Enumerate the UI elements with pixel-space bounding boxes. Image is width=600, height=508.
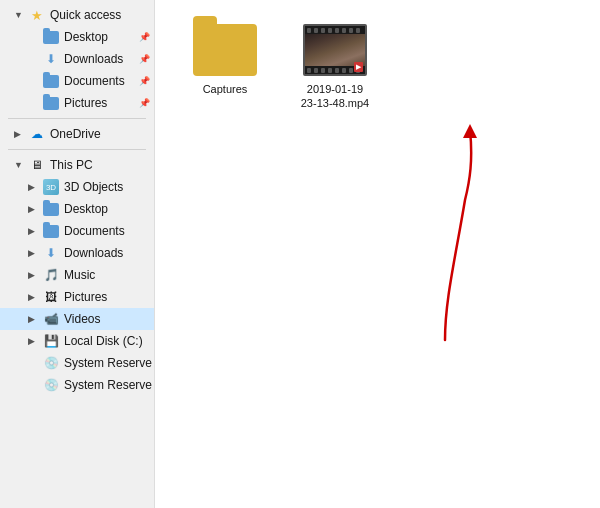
divider (8, 118, 146, 119)
pin-icon: 📌 (139, 98, 150, 108)
sidebar-item-system-reserved-1[interactable]: 💿 System Reserve (0, 352, 154, 374)
downloads-icon: ⬇ (42, 51, 60, 67)
file-item-video[interactable]: ▶ 2019-01-19 23-13-48.mp4 (295, 20, 375, 115)
sidebar-item-label: Music (64, 268, 150, 282)
sidebar-item-label: Pictures (64, 96, 137, 110)
folder-icon-large (193, 24, 257, 76)
downloads-icon: ⬇ (42, 245, 60, 261)
sidebar-item-pictures-pc[interactable]: ▶ 🖼 Pictures (0, 286, 154, 308)
main-content: Captures ▶ 2019-01-19 23-13-48.mp4 (155, 0, 600, 508)
video-badge: ▶ (354, 62, 363, 72)
music-icon: 🎵 (42, 267, 60, 283)
sidebar-item-label: System Reserve (64, 356, 152, 370)
sidebar-item-local-disk[interactable]: ▶ 💾 Local Disk (C:) (0, 330, 154, 352)
folder-icon (42, 29, 60, 45)
sidebar-item-label: Pictures (64, 290, 150, 304)
svg-marker-0 (463, 124, 477, 138)
sidebar-item-documents-pc[interactable]: ▶ Documents (0, 220, 154, 242)
sidebar-item-this-pc[interactable]: ▼ 🖥 This PC (0, 154, 154, 176)
pc-icon: 🖥 (28, 157, 46, 173)
annotation-arrow-container (355, 120, 555, 373)
folder-icon (42, 201, 60, 217)
chevron-right-icon: ▶ (28, 314, 42, 324)
file-item-captures[interactable]: Captures (185, 20, 265, 100)
film-strip-top (305, 26, 365, 34)
onedrive-icon: ☁ (28, 126, 46, 142)
chevron-right-icon: ▶ (28, 226, 42, 236)
chevron-right-icon: ▶ (28, 292, 42, 302)
sidebar-item-pictures-qa[interactable]: Pictures 📌 (0, 92, 154, 114)
chevron-down-icon: ▼ (14, 160, 28, 170)
chevron-right-icon: ▶ (28, 336, 42, 346)
videos-icon: 📹 (42, 311, 60, 327)
chevron-right-icon: ▶ (28, 270, 42, 280)
sidebar-item-label: This PC (50, 158, 150, 172)
file-label: Captures (203, 82, 248, 96)
sidebar-item-label: Desktop (64, 30, 137, 44)
sidebar-item-onedrive[interactable]: ▶ ☁ OneDrive (0, 123, 154, 145)
3d-icon: 3D (42, 179, 60, 195)
file-label: 2019-01-19 23-13-48.mp4 (301, 82, 370, 111)
chevron-right-icon: ▶ (28, 204, 42, 214)
sidebar-item-music-pc[interactable]: ▶ 🎵 Music (0, 264, 154, 286)
chevron-right-icon: ▶ (28, 182, 42, 192)
chevron-right-icon: ▶ (14, 129, 28, 139)
pin-icon: 📌 (139, 32, 150, 42)
sidebar-item-label: Desktop (64, 202, 150, 216)
sidebar: ▼ ★ Quick access Desktop 📌 ⬇ Downloads 📌… (0, 0, 155, 508)
sidebar-item-label: Downloads (64, 246, 150, 260)
chevron-right-icon: ▶ (28, 248, 42, 258)
sidebar-item-downloads-qa[interactable]: ⬇ Downloads 📌 (0, 48, 154, 70)
sidebar-item-label: Documents (64, 224, 150, 238)
sidebar-item-desktop-pc[interactable]: ▶ Desktop (0, 198, 154, 220)
drive-icon: 💾 (42, 333, 60, 349)
star-icon: ★ (28, 7, 46, 23)
sidebar-item-label: Local Disk (C:) (64, 334, 150, 348)
sidebar-item-label: Documents (64, 74, 137, 88)
sidebar-item-label: System Reserve (64, 378, 152, 392)
annotation-arrow-svg (355, 120, 555, 370)
sidebar-item-label: Videos (64, 312, 150, 326)
sidebar-item-videos-pc[interactable]: ▶ 📹 Videos (0, 308, 154, 330)
folder-icon (42, 223, 60, 239)
sidebar-item-documents-qa[interactable]: Documents 📌 (0, 70, 154, 92)
divider (8, 149, 146, 150)
drive-icon: 💿 (42, 377, 60, 393)
sidebar-item-downloads-pc[interactable]: ▶ ⬇ Downloads (0, 242, 154, 264)
sidebar-item-label: 3D Objects (64, 180, 150, 194)
pictures-icon: 🖼 (42, 289, 60, 305)
pin-icon: 📌 (139, 54, 150, 64)
file-grid: Captures ▶ 2019-01-19 23-13-48.mp4 (185, 20, 570, 115)
drive-icon: 💿 (42, 355, 60, 371)
sidebar-item-desktop-qa[interactable]: Desktop 📌 (0, 26, 154, 48)
sidebar-item-system-reserved-2[interactable]: 💿 System Reserve (0, 374, 154, 396)
sidebar-item-label: OneDrive (50, 127, 150, 141)
sidebar-item-3d-objects[interactable]: ▶ 3D 3D Objects (0, 176, 154, 198)
folder-icon (42, 95, 60, 111)
sidebar-item-label: Downloads (64, 52, 137, 66)
sidebar-item-quick-access[interactable]: ▼ ★ Quick access (0, 4, 154, 26)
sidebar-item-label: Quick access (50, 8, 150, 22)
pin-icon: 📌 (139, 76, 150, 86)
folder-icon (42, 73, 60, 89)
chevron-down-icon: ▼ (14, 10, 28, 20)
video-thumbnail: ▶ (303, 24, 367, 76)
